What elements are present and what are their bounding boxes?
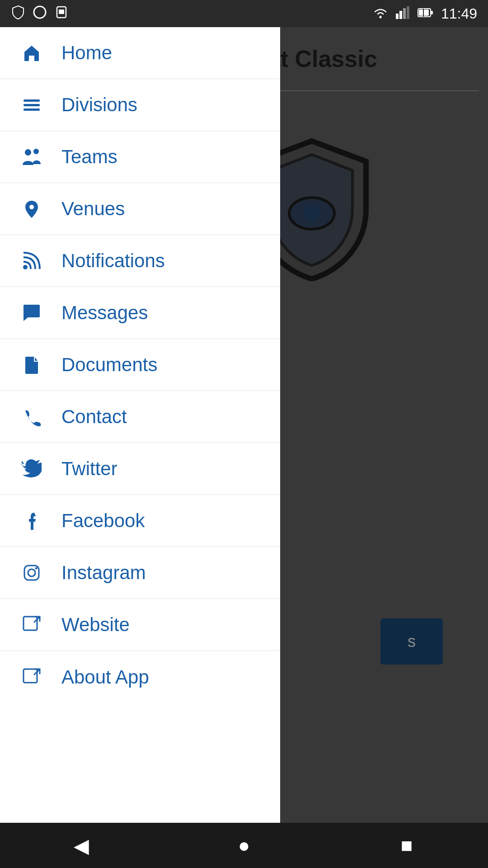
nav-documents-label: Documents — [61, 354, 157, 376]
messages-icon — [18, 303, 45, 323]
svg-rect-15 — [23, 104, 40, 106]
nav-item-divisions[interactable]: Divisions — [0, 79, 280, 131]
nav-contact-label: Contact — [61, 406, 127, 428]
nav-item-about[interactable]: About App — [0, 651, 280, 703]
nav-item-website[interactable]: Website — [0, 599, 280, 651]
svg-point-0 — [34, 6, 46, 18]
facebook-icon — [18, 511, 45, 531]
nav-item-twitter[interactable]: Twitter — [0, 443, 280, 495]
drawer-overlay[interactable] — [280, 27, 488, 823]
divisions-icon — [18, 95, 45, 115]
nav-item-documents[interactable]: Documents — [0, 339, 280, 391]
teams-icon — [18, 147, 45, 167]
documents-icon — [18, 355, 45, 375]
instagram-icon — [18, 563, 45, 583]
nav-website-label: Website — [61, 614, 130, 636]
sim-status-icon — [54, 5, 69, 23]
signal-icon — [396, 6, 410, 21]
svg-rect-7 — [407, 6, 409, 19]
svg-point-20 — [23, 265, 28, 269]
status-bar: 11:49 — [0, 0, 488, 27]
home-icon — [18, 43, 45, 63]
svg-rect-5 — [399, 11, 402, 19]
home-button[interactable]: ● — [221, 823, 267, 868]
nav-divisions-label: Divisions — [61, 94, 137, 116]
svg-rect-24 — [23, 617, 37, 630]
svg-rect-16 — [23, 108, 40, 111]
nav-about-label: About App — [61, 666, 149, 688]
nav-home-label: Home — [61, 42, 112, 64]
svg-rect-2 — [59, 9, 64, 14]
bottom-navigation-bar: ◀ ● ■ — [0, 823, 488, 868]
nav-venues-label: Venues — [61, 198, 125, 220]
svg-point-3 — [379, 16, 381, 19]
svg-point-17 — [25, 149, 31, 156]
contact-icon — [18, 407, 45, 427]
nav-item-notifications[interactable]: Notifications — [0, 235, 280, 287]
back-button[interactable]: ◀ — [59, 823, 104, 868]
navigation-drawer: Home Divisions Teams — [0, 27, 280, 823]
svg-point-19 — [29, 205, 34, 209]
nav-messages-label: Messages — [61, 302, 148, 324]
nav-item-venues[interactable]: Venues — [0, 183, 280, 235]
nav-teams-label: Teams — [61, 146, 117, 168]
nav-item-facebook[interactable]: Facebook — [0, 495, 280, 547]
svg-point-22 — [28, 569, 35, 576]
notifications-icon — [18, 251, 45, 271]
svg-rect-4 — [396, 14, 399, 19]
nav-item-teams[interactable]: Teams — [0, 131, 280, 183]
status-bar-left-icons — [11, 5, 69, 23]
nav-facebook-label: Facebook — [61, 510, 145, 532]
twitter-icon — [18, 459, 45, 479]
svg-point-23 — [35, 567, 38, 570]
status-time: 11:49 — [441, 5, 477, 22]
nav-twitter-label: Twitter — [61, 458, 117, 480]
shield-status-icon — [11, 5, 25, 23]
nav-instagram-label: Instagram — [61, 562, 146, 584]
nav-notifications-label: Notifications — [61, 250, 165, 272]
nav-item-contact[interactable]: Contact — [0, 391, 280, 443]
svg-rect-14 — [23, 99, 40, 102]
website-icon — [18, 615, 45, 635]
wifi-icon — [372, 6, 389, 21]
nav-item-messages[interactable]: Messages — [0, 287, 280, 339]
svg-point-18 — [33, 149, 39, 154]
svg-rect-25 — [23, 669, 37, 683]
venues-icon — [18, 199, 45, 219]
battery-icon — [418, 7, 434, 20]
about-icon — [18, 667, 45, 687]
recents-button[interactable]: ■ — [384, 823, 429, 868]
circle-status-icon — [33, 5, 47, 23]
nav-item-home[interactable]: Home — [0, 27, 280, 79]
status-bar-right-icons: 11:49 — [372, 5, 477, 22]
svg-rect-6 — [403, 8, 406, 19]
svg-rect-9 — [431, 11, 433, 14]
nav-item-instagram[interactable]: Instagram — [0, 547, 280, 599]
